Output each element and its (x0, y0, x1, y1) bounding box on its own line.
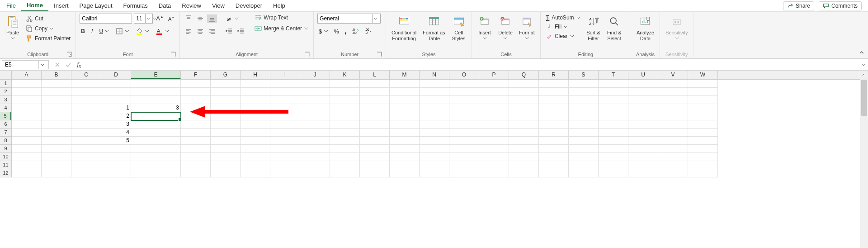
cell-U1[interactable] (628, 80, 658, 88)
cell-P7[interactable] (479, 129, 509, 137)
increase-font-button[interactable]: A▲ (155, 14, 165, 22)
row-header-4[interactable]: 4 (0, 104, 11, 112)
cell-R12[interactable] (539, 169, 569, 177)
cell-I7[interactable] (270, 129, 300, 137)
tab-insert[interactable]: Insert (48, 0, 74, 11)
cell-I8[interactable] (270, 137, 300, 145)
sort-filter-button[interactable]: AZSort & Filter (585, 14, 603, 42)
cell-N9[interactable] (420, 145, 449, 153)
cell-U2[interactable] (628, 88, 658, 96)
cell-J11[interactable] (300, 161, 330, 169)
cell-E7[interactable] (131, 129, 181, 137)
cell-I6[interactable] (270, 120, 300, 129)
cell-O7[interactable] (449, 129, 479, 137)
cell-F7[interactable] (181, 129, 211, 137)
cell-M12[interactable] (390, 169, 420, 177)
cell-G12[interactable] (211, 169, 241, 177)
cell-C6[interactable] (71, 120, 101, 129)
cell-L10[interactable] (360, 153, 390, 161)
align-middle-button[interactable] (195, 14, 205, 23)
cell-P2[interactable] (479, 88, 509, 96)
increase-indent-button[interactable] (236, 27, 246, 35)
cell-O8[interactable] (449, 137, 479, 145)
cell-U12[interactable] (628, 169, 658, 177)
cell-Q10[interactable] (509, 153, 539, 161)
cell-E6[interactable] (131, 120, 181, 129)
cell-D2[interactable] (101, 88, 131, 96)
cell-C11[interactable] (71, 161, 101, 169)
cell-P11[interactable] (479, 161, 509, 169)
cell-L11[interactable] (360, 161, 390, 169)
cell-A2[interactable] (12, 88, 42, 96)
chevron-down-icon[interactable] (482, 36, 487, 40)
cell-V6[interactable] (658, 120, 688, 129)
cell-R3[interactable] (539, 96, 569, 104)
cell-F3[interactable] (181, 96, 211, 104)
cell-W1[interactable] (688, 80, 718, 88)
cell-T8[interactable] (599, 137, 628, 145)
column-header-E[interactable]: E (131, 71, 181, 79)
cell-D7[interactable]: 4 (101, 129, 131, 137)
cell-A12[interactable] (12, 169, 42, 177)
cell-D5[interactable]: 2 (101, 112, 131, 120)
cell-A9[interactable] (12, 145, 42, 153)
cell-K6[interactable] (330, 120, 360, 129)
cell-Q1[interactable] (509, 80, 539, 88)
cell-N10[interactable] (420, 153, 449, 161)
row-header-6[interactable]: 6 (0, 120, 11, 129)
cell-G2[interactable] (211, 88, 241, 96)
fill-button[interactable]: Fill (544, 23, 582, 31)
cell-T9[interactable] (599, 145, 628, 153)
cell-V9[interactable] (658, 145, 688, 153)
cell-T2[interactable] (599, 88, 628, 96)
cell-T10[interactable] (599, 153, 628, 161)
cell-J5[interactable] (300, 112, 330, 120)
column-header-U[interactable]: U (628, 71, 658, 79)
cell-V10[interactable] (658, 153, 688, 161)
tab-review[interactable]: Review (176, 0, 207, 11)
cell-W4[interactable] (688, 104, 718, 112)
cell-C3[interactable] (71, 96, 101, 104)
column-header-L[interactable]: L (360, 71, 390, 79)
cell-D6[interactable]: 3 (101, 120, 131, 129)
cell-J1[interactable] (300, 80, 330, 88)
cell-P5[interactable] (479, 112, 509, 120)
cell-Q6[interactable] (509, 120, 539, 129)
cell-T4[interactable] (599, 104, 628, 112)
cell-D12[interactable] (101, 169, 131, 177)
cell-U9[interactable] (628, 145, 658, 153)
cell-M7[interactable] (390, 129, 420, 137)
cell-C8[interactable] (71, 137, 101, 145)
cell-N12[interactable] (420, 169, 449, 177)
cell-H3[interactable] (241, 96, 270, 104)
column-header-M[interactable]: M (390, 71, 420, 79)
cell-C10[interactable] (71, 153, 101, 161)
cell-B9[interactable] (42, 145, 71, 153)
chevron-down-icon[interactable] (165, 29, 169, 33)
cell-U10[interactable] (628, 153, 658, 161)
cell-J3[interactable] (300, 96, 330, 104)
chevron-down-icon[interactable] (145, 29, 149, 33)
column-header-Q[interactable]: Q (509, 71, 539, 79)
cell-P10[interactable] (479, 153, 509, 161)
expand-formula-bar-button[interactable] (859, 62, 868, 67)
cell-T7[interactable] (599, 129, 628, 137)
cell-H4[interactable] (241, 104, 270, 112)
cell-G9[interactable] (211, 145, 241, 153)
cell-R10[interactable] (539, 153, 569, 161)
cell-F1[interactable] (181, 80, 211, 88)
italic-button[interactable]: I (90, 28, 94, 35)
cell-P1[interactable] (479, 80, 509, 88)
bold-button[interactable]: B (80, 28, 86, 35)
clear-button[interactable]: Clear (544, 32, 582, 40)
align-left-button[interactable] (184, 27, 193, 35)
cell-C4[interactable] (71, 104, 101, 112)
cell-R2[interactable] (539, 88, 569, 96)
cell-H9[interactable] (241, 145, 270, 153)
cell-I2[interactable] (270, 88, 300, 96)
cell-S1[interactable] (569, 80, 599, 88)
row-header-8[interactable]: 8 (0, 137, 11, 145)
cell-F11[interactable] (181, 161, 211, 169)
cell-I12[interactable] (270, 169, 300, 177)
cell-B7[interactable] (42, 129, 71, 137)
